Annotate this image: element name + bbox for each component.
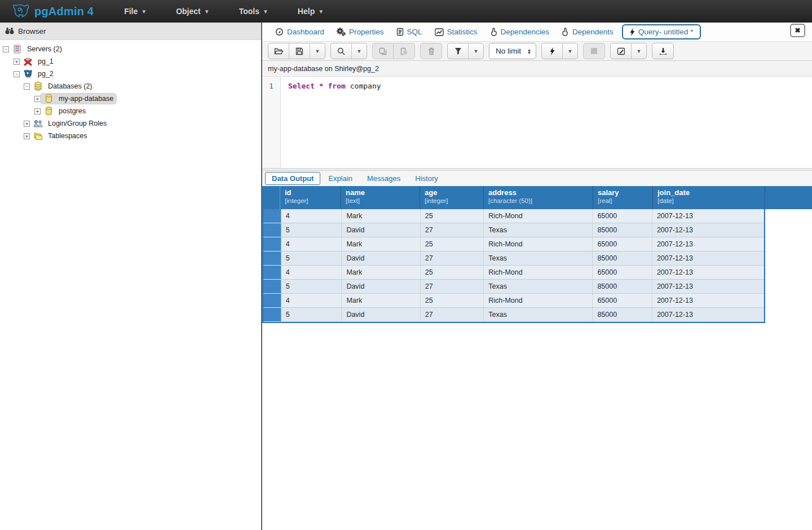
editor-code-area[interactable]: Select * fromcompany: [281, 77, 812, 168]
cell-name[interactable]: David: [342, 308, 420, 322]
cell-join_date[interactable]: 2007-12-13: [652, 280, 764, 294]
execute-options-button[interactable]: ▼: [563, 43, 577, 59]
row-selector[interactable]: [263, 280, 281, 294]
cell-name[interactable]: David: [342, 251, 420, 266]
column-header-age[interactable]: age[integer]: [420, 186, 484, 209]
column-header-join-date[interactable]: join_date[date]: [653, 186, 765, 209]
tab-properties[interactable]: Properties: [330, 25, 390, 39]
tab-history[interactable]: History: [408, 173, 444, 184]
expand-expander-icon[interactable]: +: [24, 121, 30, 127]
edit-button[interactable]: [611, 43, 632, 59]
row-selector[interactable]: [263, 266, 281, 280]
tab-dashboard[interactable]: Dashboard: [269, 25, 330, 39]
tree-item-servers[interactable]: - Servers (2): [0, 43, 261, 55]
cell-join_date[interactable]: 2007-12-13: [652, 294, 764, 308]
cell-address[interactable]: Rich-Mond: [484, 209, 593, 223]
find-button[interactable]: [331, 43, 352, 59]
row-selector[interactable]: [263, 294, 281, 308]
row-selector[interactable]: [263, 223, 281, 237]
collapse-expander-icon[interactable]: -: [3, 46, 9, 52]
expand-expander-icon[interactable]: +: [34, 96, 41, 102]
tab-dependents[interactable]: Dependents: [555, 25, 620, 39]
cell-id[interactable]: 5: [281, 223, 342, 237]
cell-join_date[interactable]: 2007-12-13: [652, 308, 764, 322]
tab-query[interactable]: Query- untitled *: [622, 24, 701, 39]
open-file-button[interactable]: [268, 43, 289, 59]
column-header-address[interactable]: address[character (50)]: [484, 186, 593, 209]
sql-editor[interactable]: 1 Select * fromcompany: [262, 77, 812, 168]
tab-explain[interactable]: Explain: [321, 173, 359, 184]
cell-join_date[interactable]: 2007-12-13: [652, 266, 764, 280]
tab-data-output[interactable]: Data Output: [265, 172, 320, 185]
cell-age[interactable]: 27: [421, 251, 484, 266]
tree-item-pg2[interactable]: - pg_2: [0, 68, 261, 80]
row-selector[interactable]: [263, 251, 281, 266]
column-header-salary[interactable]: salary[real]: [593, 186, 653, 209]
cell-salary[interactable]: 65000: [593, 294, 652, 308]
filter-options-button[interactable]: ▼: [469, 43, 483, 59]
close-panel-button[interactable]: ✖: [790, 24, 805, 37]
filter-button[interactable]: [448, 43, 469, 59]
tree-item-pg1[interactable]: + pg_1: [0, 55, 261, 68]
cell-name[interactable]: David: [342, 223, 420, 237]
menu-object[interactable]: Object▼: [161, 7, 224, 16]
cell-salary[interactable]: 85000: [593, 251, 652, 266]
cell-age[interactable]: 25: [421, 209, 484, 223]
cell-age[interactable]: 27: [421, 308, 484, 322]
cell-address[interactable]: Texas: [484, 308, 593, 322]
cell-salary[interactable]: 85000: [593, 223, 652, 237]
cell-id[interactable]: 4: [281, 294, 342, 308]
tree-item-postgres[interactable]: + postgres: [0, 105, 261, 117]
collapse-expander-icon[interactable]: -: [24, 83, 30, 90]
tab-messages[interactable]: Messages: [360, 173, 407, 184]
select-all-cell[interactable]: [262, 186, 280, 209]
cell-salary[interactable]: 65000: [593, 237, 652, 251]
expand-expander-icon[interactable]: +: [24, 133, 30, 139]
find-options-button[interactable]: ▼: [352, 43, 367, 59]
cell-name[interactable]: David: [342, 280, 420, 294]
cell-name[interactable]: Mark: [342, 294, 420, 308]
cell-join_date[interactable]: 2007-12-13: [652, 223, 764, 237]
collapse-expander-icon[interactable]: -: [14, 71, 20, 77]
tree-item-my-app-database[interactable]: + my-app-database: [0, 92, 261, 105]
cell-age[interactable]: 25: [421, 266, 484, 280]
column-header-id[interactable]: id[integer]: [280, 186, 341, 209]
expand-expander-icon[interactable]: +: [14, 59, 20, 65]
cell-join_date[interactable]: 2007-12-13: [652, 209, 764, 223]
menu-tools[interactable]: Tools▼: [224, 7, 283, 16]
menu-file[interactable]: File▼: [109, 7, 161, 16]
cell-age[interactable]: 27: [421, 280, 484, 294]
cell-id[interactable]: 5: [281, 280, 342, 294]
cell-address[interactable]: Rich-Mond: [484, 294, 593, 308]
save-file-button[interactable]: [289, 43, 310, 59]
cell-address[interactable]: Texas: [484, 280, 593, 294]
cell-join_date[interactable]: 2007-12-13: [652, 251, 764, 266]
cell-id[interactable]: 5: [281, 251, 342, 266]
cell-salary[interactable]: 85000: [593, 280, 652, 294]
row-selector[interactable]: [263, 237, 281, 251]
execute-query-button[interactable]: [542, 43, 563, 59]
cell-name[interactable]: Mark: [342, 237, 420, 251]
menu-help[interactable]: Help▼: [283, 7, 338, 16]
save-options-button[interactable]: ▼: [310, 43, 325, 59]
cell-id[interactable]: 5: [281, 308, 342, 322]
cell-age[interactable]: 27: [421, 223, 484, 237]
tree-item-login-group-roles[interactable]: + Login/Group Roles: [0, 117, 261, 130]
tab-sql[interactable]: SQL: [390, 25, 429, 39]
cell-address[interactable]: Rich-Mond: [484, 237, 593, 251]
column-header-name[interactable]: name[text]: [341, 186, 420, 209]
cell-age[interactable]: 25: [421, 237, 484, 251]
cell-address[interactable]: Texas: [484, 251, 593, 266]
tree-item-tablespaces[interactable]: + Tablespaces: [0, 130, 261, 142]
cell-address[interactable]: Rich-Mond: [484, 266, 593, 280]
cell-name[interactable]: Mark: [342, 209, 420, 223]
download-results-button[interactable]: [652, 43, 673, 59]
cell-address[interactable]: Texas: [484, 223, 593, 237]
tab-dependencies[interactable]: Dependencies: [484, 25, 555, 39]
row-limit-select[interactable]: No limit ▲▼: [489, 43, 536, 59]
cell-id[interactable]: 4: [281, 209, 342, 223]
cell-salary[interactable]: 65000: [593, 209, 652, 223]
cell-salary[interactable]: 65000: [593, 266, 652, 280]
expand-expander-icon[interactable]: +: [34, 108, 41, 114]
cell-salary[interactable]: 85000: [593, 308, 652, 322]
